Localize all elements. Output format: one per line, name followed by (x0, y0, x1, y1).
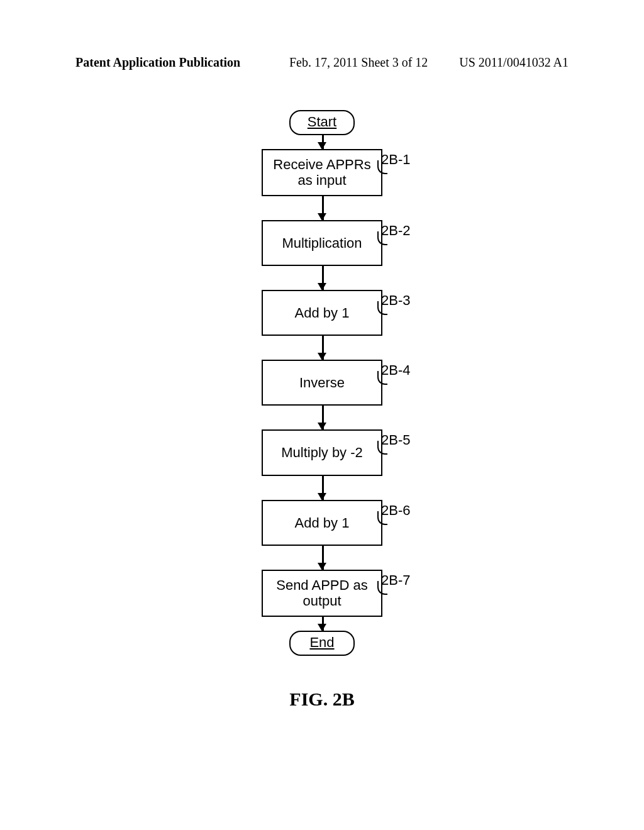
header-left: Patent Application Publication (75, 55, 240, 70)
leader-line (377, 581, 387, 595)
header-right: US 2011/0041032 A1 (459, 55, 569, 70)
process-step: Add by 1 2B-6 (262, 500, 382, 546)
step-text: Send APPD as output (276, 577, 368, 609)
process-step: Multiply by -2 2B-5 (262, 429, 382, 475)
process-step: Receive APPRs as input 2B-1 (262, 149, 382, 196)
process-step: Send APPD as output 2B-7 (262, 570, 382, 617)
header-center: Feb. 17, 2011 Sheet 3 of 12 (289, 55, 428, 70)
leader-line (377, 160, 387, 174)
figure-caption: FIG. 2B (0, 689, 644, 710)
step-text: Add by 1 (295, 515, 350, 531)
leader-line (377, 301, 387, 315)
step-text: Receive APPRs as input (273, 157, 370, 188)
step-text: Inverse (299, 375, 345, 390)
leader-line (377, 371, 387, 385)
step-text: Add by 1 (295, 305, 350, 321)
process-step: Multiplication 2B-2 (262, 220, 382, 266)
leader-line (377, 441, 387, 455)
process-step: Inverse 2B-4 (262, 360, 382, 406)
flowchart: Start Receive APPRs as input 2B-1 Multip… (234, 110, 410, 656)
step-text: Multiplication (282, 235, 362, 251)
leader-line (377, 231, 387, 245)
end-node: End (289, 631, 355, 656)
start-node: Start (289, 110, 355, 135)
leader-line (377, 511, 387, 525)
process-step: Add by 1 2B-3 (262, 290, 382, 336)
step-text: Multiply by -2 (281, 445, 363, 460)
